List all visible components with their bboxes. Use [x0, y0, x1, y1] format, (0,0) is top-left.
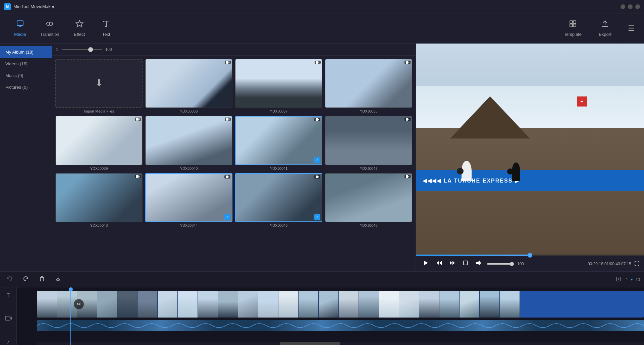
toolbar-template[interactable]: Template — [557, 17, 588, 40]
timeline-frame — [399, 291, 419, 318]
audio-track — [37, 320, 644, 331]
svg-rect-10 — [316, 61, 318, 64]
toolbar-effect[interactable]: Effect — [66, 17, 93, 40]
zoom-slider[interactable] — [62, 49, 102, 50]
svg-rect-14 — [136, 118, 139, 121]
toolbar-transition[interactable]: Transition — [34, 17, 66, 40]
svg-marker-23 — [139, 176, 140, 178]
thumb-ydxj0037 — [235, 59, 322, 108]
volume-button[interactable] — [474, 259, 484, 269]
svg-marker-19 — [318, 119, 319, 121]
stop-button[interactable] — [461, 259, 470, 269]
list-item[interactable]: YDXJ0039 — [55, 116, 143, 170]
thumb-label: YDXJ0046 — [360, 223, 378, 227]
svg-marker-36 — [476, 261, 480, 265]
video-badge — [135, 175, 141, 178]
list-item[interactable]: YDXJ0036 — [145, 59, 232, 113]
cut-button[interactable] — [52, 274, 64, 285]
svg-rect-22 — [136, 175, 139, 178]
checked-badge: ✓ — [314, 214, 320, 220]
music-track — [37, 334, 644, 342]
list-item[interactable]: YDXJ0043 — [55, 173, 143, 227]
list-item[interactable]: ✓ YDXJ0044 — [145, 173, 232, 227]
timeline-frame — [198, 291, 218, 318]
volume-slider[interactable] — [487, 263, 514, 265]
timeline-frame — [258, 291, 278, 318]
svg-marker-33 — [452, 261, 455, 265]
title-bar: M MiniTool MovieMaker — [0, 0, 644, 13]
timeline-frame — [97, 291, 117, 318]
timeline-frame — [319, 291, 339, 318]
list-item[interactable]: ✓ YDXJ0045 — [235, 173, 322, 227]
app-logo: M — [4, 3, 11, 10]
timeline-frame — [299, 291, 319, 318]
toolbar-effect-label: Effect — [74, 32, 85, 37]
list-item[interactable]: YDXJ0038 — [325, 59, 412, 113]
timeline-frame — [500, 291, 520, 318]
app-title-text: MiniTool MovieMaker — [13, 4, 621, 9]
thumb-ydxj0036 — [145, 59, 232, 108]
sidebar-item-music[interactable]: Music (9) — [0, 70, 52, 81]
menu-button[interactable]: ☰ — [625, 23, 637, 34]
toolbar-media-label: Media — [14, 32, 26, 37]
toolbar-media[interactable]: Media — [7, 17, 34, 40]
timeline-scrollbar[interactable] — [37, 342, 644, 345]
list-item[interactable]: YDXJ0037 — [235, 59, 322, 113]
zoom-in-button[interactable] — [614, 276, 623, 283]
minimize-button[interactable] — [621, 4, 625, 9]
restore-button[interactable] — [628, 4, 633, 9]
thumb-ydxj0044: ✓ — [145, 173, 232, 222]
sidebar-item-pictures[interactable]: Pictures (0) — [0, 81, 52, 93]
svg-marker-21 — [408, 118, 409, 120]
toolbar-export[interactable]: Export — [592, 17, 619, 40]
list-item[interactable]: ✓ YDXJ0041 — [235, 116, 322, 170]
preview-panel: ◀◀◀◀ LA TURCHE EXPRESS ▶ + — [416, 44, 644, 271]
progress-thumb[interactable] — [528, 253, 532, 258]
toolbar-text[interactable]: Text — [93, 17, 120, 40]
thumb-label: YDXJ0037 — [270, 109, 288, 113]
time-display: 00:20:18.01/00:40:07.15 — [588, 262, 631, 266]
thumb-ydxj0040 — [145, 116, 232, 165]
svg-marker-13 — [408, 61, 409, 63]
timeline-frame — [178, 291, 198, 318]
play-button[interactable] — [421, 259, 431, 269]
text-toolbar-icon — [102, 20, 110, 30]
sidebar-item-videos[interactable]: Videos (18) — [0, 58, 52, 70]
thumb-ydxj0039 — [55, 116, 143, 165]
import-media-thumb[interactable]: ⬇ Import Media Files — [55, 59, 143, 113]
preview-progress-bar[interactable] — [416, 255, 644, 256]
video-badge — [135, 118, 141, 121]
sidebar: My Album (18) Videos (18) Music (9) Pict… — [0, 44, 52, 271]
timeline-frame — [138, 291, 158, 318]
toolbar: Media Transition Effect Text — [0, 13, 644, 44]
import-button[interactable]: ⬇ — [55, 59, 143, 108]
list-item[interactable]: YDXJ0040 — [145, 116, 232, 170]
close-button[interactable] — [635, 4, 640, 9]
rewind-button[interactable] — [434, 259, 444, 269]
delete-button[interactable] — [36, 274, 48, 285]
window-controls[interactable] — [621, 4, 640, 9]
timeline-main: ✂ — [17, 287, 644, 345]
svg-marker-17 — [228, 118, 229, 120]
undo-button[interactable] — [4, 274, 15, 285]
video-badge — [405, 61, 411, 64]
thumb-ydxj0046 — [325, 173, 412, 222]
toolbar-export-label: Export — [599, 32, 611, 37]
playhead[interactable] — [70, 287, 71, 345]
timeline-frame — [339, 291, 359, 318]
svg-rect-12 — [406, 61, 408, 64]
video-badge — [314, 118, 320, 121]
list-item[interactable]: YDXJ0046 — [325, 173, 412, 227]
timeline-dot: ● — [631, 278, 633, 281]
fast-forward-button[interactable] — [447, 259, 458, 269]
effect-icon — [75, 20, 84, 30]
fullscreen-button[interactable] — [635, 261, 639, 267]
toolbar-template-label: Template — [564, 32, 582, 37]
template-icon — [569, 20, 577, 30]
svg-rect-18 — [316, 118, 318, 121]
svg-marker-15 — [139, 118, 140, 120]
scrollbar-thumb[interactable] — [280, 342, 340, 345]
redo-button[interactable] — [20, 274, 32, 285]
sidebar-item-album[interactable]: My Album (18) — [0, 46, 52, 58]
list-item[interactable]: YDXJ0042 — [325, 116, 412, 170]
